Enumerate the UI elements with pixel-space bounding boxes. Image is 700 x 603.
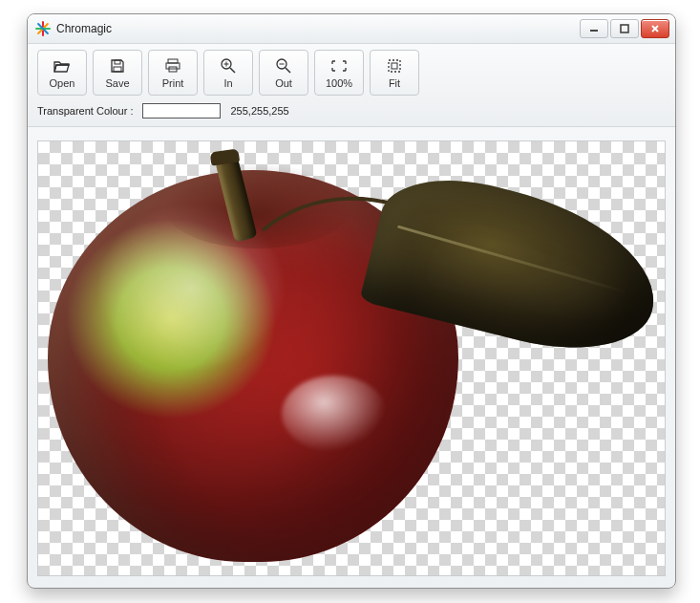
zoom-in-button[interactable]: In [203,50,253,96]
folder-open-icon [53,57,71,75]
svg-line-14 [286,68,290,73]
titlebar: Chromagic [28,14,675,44]
svg-rect-1 [621,25,628,32]
transparent-colour-value: 255,255,255 [230,105,288,117]
zoom-in-icon [220,57,237,75]
actual-size-icon [330,57,348,75]
save-label: Save [105,77,129,89]
transparent-colour-row: Transparent Colour : 255,255,255 [37,103,666,118]
svg-rect-16 [389,60,400,72]
maximize-button[interactable] [610,19,639,38]
print-label: Print [162,77,184,89]
minimize-button[interactable] [580,19,608,38]
close-icon [650,24,660,33]
fit-icon [386,57,403,75]
svg-rect-6 [168,59,178,63]
close-button[interactable] [641,19,669,38]
maximize-icon [620,24,629,33]
zoom-100-button[interactable]: 100% [314,50,364,96]
save-button[interactable]: Save [93,50,142,96]
toolbar-row: Open Save Print In [37,50,666,96]
fit-button[interactable]: Fit [370,50,419,96]
svg-rect-7 [166,63,180,69]
open-label: Open [50,77,75,89]
transparent-colour-label: Transparent Colour : [37,105,133,117]
zoom-out-label: Out [275,77,292,89]
image-canvas[interactable] [37,140,666,576]
floppy-icon [109,57,126,75]
transparent-colour-swatch[interactable] [142,103,221,118]
open-button[interactable]: Open [37,50,87,96]
zoom-100-label: 100% [326,77,352,89]
zoom-in-label: In [223,77,232,89]
zoom-out-button[interactable]: Out [259,50,308,96]
app-icon [35,21,51,36]
app-title: Chromagic [56,22,112,35]
minimize-icon [589,24,599,33]
zoom-out-icon [275,57,292,75]
svg-rect-17 [392,63,397,69]
svg-line-10 [230,68,235,73]
fit-label: Fit [389,77,400,89]
svg-rect-5 [114,67,121,72]
app-window: Chromagic Open [27,13,676,589]
print-button[interactable]: Print [148,50,198,96]
toolbar: Open Save Print In [28,44,675,127]
printer-icon [164,57,181,75]
